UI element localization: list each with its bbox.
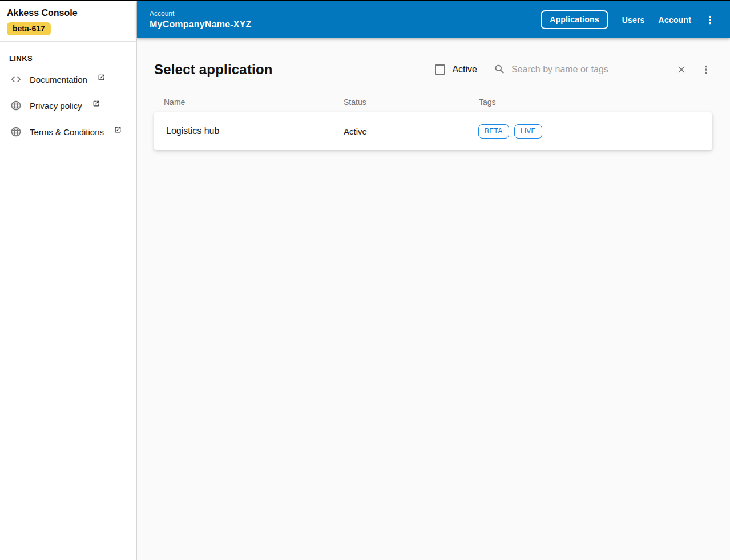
sidebar: Akkess Console beta-617 LINKS Documentat… <box>0 1 137 560</box>
external-link-icon <box>114 126 122 133</box>
sidebar-item-documentation[interactable]: Documentation <box>0 66 136 92</box>
column-header-name: Name <box>164 98 344 107</box>
search-icon <box>494 63 506 75</box>
active-checkbox[interactable] <box>435 64 445 75</box>
nav-users[interactable]: Users <box>622 15 645 25</box>
column-header-status: Status <box>344 98 479 107</box>
app-header: Account MyCompanyName-XYZ Applications U… <box>137 1 730 38</box>
content-area: Select application Active <box>137 38 730 560</box>
header-overflow-menu-icon[interactable] <box>704 14 716 26</box>
code-icon <box>10 74 22 85</box>
app-title: Akkess Console <box>7 8 130 18</box>
page-title: Select application <box>154 62 273 78</box>
account-block: Account MyCompanyName-XYZ <box>150 10 252 30</box>
tag-chip: LIVE <box>514 124 542 139</box>
account-eyebrow: Account <box>150 10 252 18</box>
sidebar-nav: Documentation Privacy policy Terms & C <box>0 66 136 145</box>
list-options-menu-icon[interactable] <box>700 63 712 76</box>
globe-icon <box>10 126 22 137</box>
table-row[interactable]: Logistics hub Active BETA LIVE <box>154 112 712 150</box>
external-link-icon <box>98 74 105 81</box>
sidebar-item-label: Terms & Conditions <box>30 127 104 137</box>
active-filter[interactable]: Active <box>435 64 477 75</box>
account-name: MyCompanyName-XYZ <box>150 19 252 30</box>
table-header: Name Status Tags <box>154 92 712 111</box>
external-link-icon <box>92 100 100 107</box>
application-status: Active <box>344 127 478 136</box>
application-tags: BETA LIVE <box>478 124 712 139</box>
beta-badge: beta-617 <box>7 22 51 35</box>
toolbar: Select application Active <box>154 57 712 82</box>
active-filter-label: Active <box>452 64 477 75</box>
clear-search-icon[interactable] <box>676 64 687 75</box>
nav-account[interactable]: Account <box>659 15 691 25</box>
top-nav: Applications Users Account <box>541 10 716 29</box>
search-field <box>486 57 688 82</box>
sidebar-item-terms-and-conditions[interactable]: Terms & Conditions <box>0 119 136 145</box>
sidebar-item-label: Privacy policy <box>30 101 82 111</box>
links-section-title: LINKS <box>0 42 136 66</box>
sidebar-header: Akkess Console beta-617 <box>0 1 136 41</box>
sidebar-item-label: Documentation <box>30 75 87 84</box>
sidebar-item-privacy-policy[interactable]: Privacy policy <box>0 92 136 119</box>
nav-applications[interactable]: Applications <box>541 10 608 29</box>
tag-chip: BETA <box>478 124 509 139</box>
column-header-tags: Tags <box>479 98 712 107</box>
application-name: Logistics hub <box>166 126 344 136</box>
globe-icon <box>10 100 22 111</box>
search-input[interactable] <box>511 64 670 75</box>
